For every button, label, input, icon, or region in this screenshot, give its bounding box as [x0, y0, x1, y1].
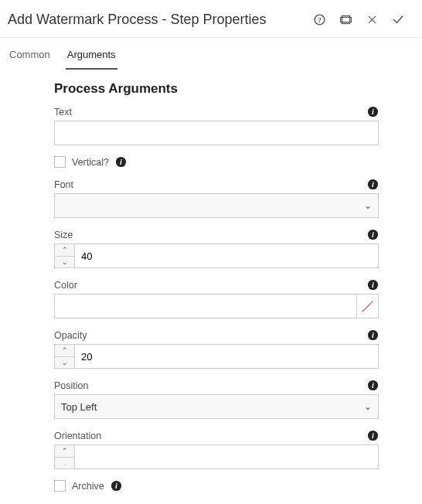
vertical-checkbox[interactable]	[54, 156, 66, 168]
label-vertical: Vertical?	[72, 157, 109, 168]
opacity-input[interactable]	[75, 345, 378, 368]
info-icon[interactable]: i	[367, 329, 379, 341]
label-text: Text	[54, 107, 367, 117]
color-input[interactable]	[54, 294, 379, 318]
svg-text:i: i	[372, 381, 374, 390]
field-text: Text i	[54, 106, 379, 145]
chevron-down-icon: ⌄	[364, 401, 372, 412]
fullscreen-button[interactable]	[332, 6, 359, 32]
chevron-down-icon: ⌄	[364, 200, 372, 211]
size-step-down[interactable]: ⌄	[55, 256, 74, 268]
svg-text:?: ?	[318, 16, 322, 24]
label-position: Position	[54, 380, 367, 391]
position-select[interactable]: Top Left ⌄	[54, 394, 379, 419]
field-opacity: Opacity i ⌃ ⌄	[54, 329, 379, 369]
text-input[interactable]	[54, 121, 379, 145]
size-input[interactable]	[75, 244, 378, 267]
tab-bar: Common Arguments	[0, 38, 422, 70]
info-icon[interactable]: i	[367, 380, 379, 391]
svg-text:i: i	[372, 431, 374, 440]
info-icon[interactable]: i	[367, 229, 379, 240]
label-archive: Archive	[72, 481, 104, 492]
field-orientation: Orientation i ⌃ ⌄	[54, 430, 379, 469]
svg-text:i: i	[115, 482, 117, 490]
label-orientation: Orientation	[54, 431, 367, 441]
svg-text:i: i	[372, 230, 374, 239]
field-font: Font i ⌄	[54, 179, 379, 218]
info-icon[interactable]: i	[115, 156, 127, 168]
tab-common[interactable]: Common	[8, 43, 52, 70]
tab-arguments[interactable]: Arguments	[66, 43, 117, 70]
info-icon[interactable]: i	[367, 279, 379, 291]
info-icon[interactable]: i	[367, 430, 379, 441]
field-vertical: Vertical? i	[54, 156, 379, 168]
content-area: Process Arguments Text i Vertical? i Fon…	[0, 70, 422, 504]
field-position: Position i Top Left ⌄	[54, 380, 379, 419]
info-icon[interactable]: i	[367, 106, 379, 117]
svg-text:i: i	[120, 158, 122, 166]
confirm-button[interactable]	[385, 6, 411, 32]
close-button[interactable]	[359, 6, 385, 32]
orientation-step-down[interactable]: ⌄	[55, 457, 74, 469]
info-icon[interactable]: i	[367, 179, 379, 190]
size-stepper: ⌃ ⌄	[54, 243, 379, 268]
opacity-stepper: ⌃ ⌄	[54, 344, 379, 369]
label-opacity: Opacity	[54, 330, 367, 341]
opacity-step-down[interactable]: ⌄	[55, 356, 74, 369]
label-size: Size	[54, 230, 367, 240]
title-bar: Add Watermark Process - Step Properties …	[0, 0, 422, 38]
font-select[interactable]: ⌄	[54, 193, 379, 218]
archive-checkbox[interactable]	[54, 480, 66, 492]
color-swatch-none-icon	[356, 295, 378, 318]
label-color: Color	[54, 280, 367, 291]
orientation-input[interactable]	[75, 445, 378, 468]
field-archive: Archive i	[54, 480, 379, 492]
svg-text:i: i	[372, 180, 374, 189]
svg-text:i: i	[372, 281, 374, 289]
orientation-stepper: ⌃ ⌄	[54, 444, 379, 469]
opacity-step-up[interactable]: ⌃	[55, 345, 74, 356]
orientation-step-up[interactable]: ⌃	[55, 445, 74, 457]
info-icon[interactable]: i	[111, 480, 122, 492]
svg-text:i: i	[372, 107, 374, 116]
size-step-up[interactable]: ⌃	[55, 244, 74, 256]
position-select-value: Top Left	[61, 401, 364, 413]
help-button[interactable]: ?	[306, 6, 332, 32]
dialog-title: Add Watermark Process - Step Properties	[8, 12, 306, 28]
field-color: Color i	[54, 279, 379, 318]
svg-text:i: i	[372, 331, 374, 339]
section-heading: Process Arguments	[54, 81, 379, 97]
field-size: Size i ⌃ ⌄	[54, 229, 379, 268]
label-font: Font	[54, 179, 367, 190]
